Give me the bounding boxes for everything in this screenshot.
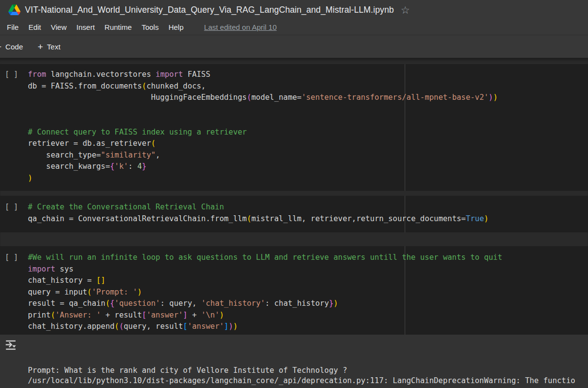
code-editor[interactable]: #We will run an infinite loop to ask que… [0, 246, 588, 335]
title-bar: VIT-National_And_World_University_Data_Q… [0, 0, 588, 20]
menu-item-edit[interactable]: Edit [28, 23, 41, 31]
code-cell: [ ] from langchain.vectorstores import F… [0, 64, 588, 191]
menu-bar: File Edit View Insert Runtime Tools Help… [0, 20, 588, 35]
notebook-title[interactable]: VIT-National_And_World_University_Data_Q… [25, 5, 394, 15]
google-drive-icon [8, 4, 21, 15]
add-text-label: Text [47, 43, 61, 51]
cell-output: Prompt: What is the rank and city of Vel… [0, 335, 588, 388]
output-text: Prompt: What is the rank and city of Vel… [28, 365, 588, 388]
code-cell: [ ] # Create the Conversational Retrieva… [0, 196, 588, 232]
menu-item-view[interactable]: View [51, 23, 66, 31]
menu-item-insert[interactable]: Insert [76, 23, 95, 31]
cell-input-output-icon [4, 339, 17, 351]
menu-item-help[interactable]: Help [169, 23, 184, 31]
colab-notebook-app: VIT-National_And_World_University_Data_Q… [0, 0, 588, 388]
add-code-button[interactable]: + Code [0, 42, 23, 51]
menu-item-tools[interactable]: Tools [142, 23, 159, 31]
plus-icon: + [38, 42, 43, 51]
last-edited-link[interactable]: Last edited on April 10 [204, 23, 277, 31]
star-icon[interactable]: ☆ [401, 5, 410, 15]
code-cell: [ ] #We will run an infinite loop to ask… [0, 246, 588, 335]
add-code-label: Code [5, 43, 23, 51]
notebook-area: [ ] from langchain.vectorstores import F… [0, 58, 588, 387]
code-editor[interactable]: from langchain.vectorstores import FAISS… [0, 64, 588, 191]
add-text-button[interactable]: + Text [38, 42, 61, 51]
plus-icon: + [0, 42, 1, 51]
header: VIT-National_And_World_University_Data_Q… [0, 0, 588, 35]
menu-item-file[interactable]: File [7, 23, 19, 31]
menu-item-runtime[interactable]: Runtime [105, 23, 132, 31]
code-editor[interactable]: # Create the Conversational Retrieval Ch… [0, 196, 588, 232]
cell-toolbar: + Code + Text [0, 35, 588, 58]
